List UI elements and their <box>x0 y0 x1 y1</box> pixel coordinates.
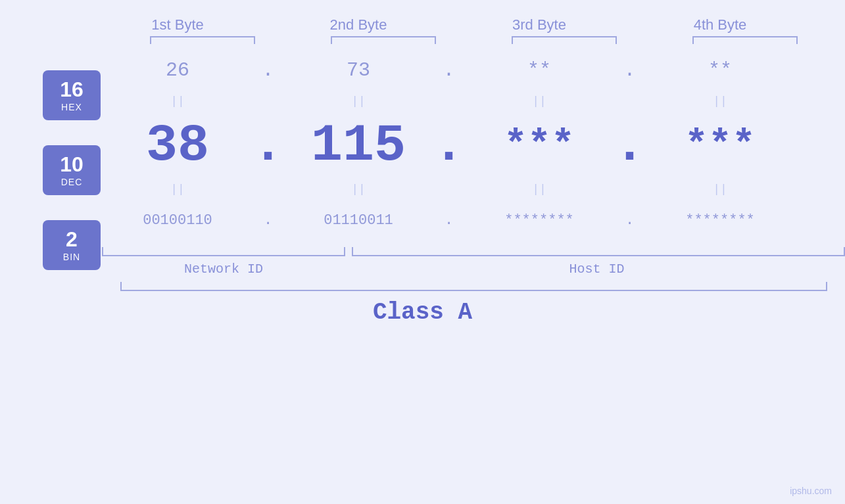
dec-val-1: 38 <box>102 116 253 175</box>
eq-row-1: || || || || <box>102 95 845 108</box>
eq-3: || <box>464 95 615 108</box>
eq-4: || <box>644 95 796 108</box>
bottom-section: Network ID Host ID <box>0 247 845 277</box>
bin-val-4: ******** <box>644 212 796 229</box>
dec-row-group: 10 DEC 38 . 115 . *** <box>102 109 845 181</box>
network-id-section: Network ID <box>102 247 345 277</box>
bin-val-2: 01110011 <box>283 212 434 229</box>
top-bracket-3 <box>512 36 617 44</box>
byte-label-4: 4th Byte <box>644 16 796 34</box>
dec-val-4: *** <box>644 123 796 168</box>
bin-row-group: 2 BIN 00100110 . 01110011 . ******** <box>102 197 845 243</box>
hex-val-2: 73 <box>283 59 434 81</box>
bin-sep-3: . <box>615 212 644 229</box>
bin-base-label: BIN <box>63 252 80 262</box>
byte-label-1: 1st Byte <box>102 16 253 34</box>
top-bracket-1 <box>150 36 255 44</box>
bin-val-1: 00100110 <box>102 212 253 229</box>
dec-cells: 38 . 115 . *** . *** <box>102 116 796 175</box>
hex-val-4: ** <box>644 59 796 81</box>
dec-sep-2: . <box>434 116 464 175</box>
bin-sep-2: . <box>434 212 464 229</box>
eq2-2: || <box>283 183 434 196</box>
bin-sep-1: . <box>253 212 283 229</box>
network-id-label: Network ID <box>184 262 263 277</box>
network-bracket <box>102 247 345 256</box>
dec-sep-1: . <box>253 116 283 175</box>
dec-val-2: 115 <box>283 116 434 175</box>
byte-labels-text-row: 1st Byte 2nd Byte 3rd Byte 4th Byte <box>0 16 845 34</box>
host-bracket <box>352 247 845 256</box>
eq2-1: || <box>102 183 253 196</box>
rows-area: 16 HEX 26 . 73 . ** <box>0 47 845 243</box>
dec-sep-3: . <box>615 116 644 175</box>
dec-val-3: *** <box>464 123 615 168</box>
hex-sep-1: . <box>253 59 283 81</box>
dec-base-number: 10 <box>60 153 84 176</box>
hex-base-label: HEX <box>61 102 82 112</box>
class-label: Class A <box>373 299 472 326</box>
hex-base-number: 16 <box>60 78 84 101</box>
hex-val-3: ** <box>464 59 615 81</box>
byte-label-2: 2nd Byte <box>283 16 434 34</box>
host-id-label: Host ID <box>569 262 624 277</box>
dec-base-label: DEC <box>61 177 83 187</box>
hex-sep-2: . <box>434 59 464 81</box>
hex-val-1: 26 <box>102 59 253 81</box>
hex-sep-3: . <box>615 59 644 81</box>
id-brackets-row: Network ID Host ID <box>102 247 845 277</box>
full-bracket <box>120 282 827 291</box>
host-id-section: Host ID <box>349 247 845 277</box>
main-container: 1st Byte 2nd Byte 3rd Byte 4th Byte 16 H… <box>0 0 845 504</box>
top-bracket-4 <box>692 36 798 44</box>
watermark: ipshu.com <box>790 486 832 496</box>
top-bracket-2 <box>331 36 436 44</box>
bin-cells: 00100110 . 01110011 . ******** . <box>102 212 796 229</box>
hex-cells: 26 . 73 . ** . ** <box>102 59 796 81</box>
top-brackets <box>25 36 821 44</box>
eq-row-2: || || || || <box>102 183 845 196</box>
eq2-4: || <box>644 183 796 196</box>
bin-base-number: 2 <box>66 228 78 251</box>
hex-row-group: 16 HEX 26 . 73 . ** <box>102 47 845 93</box>
full-bracket-wrap <box>0 282 845 291</box>
class-label-row: Class A <box>0 299 845 326</box>
byte-label-3: 3rd Byte <box>464 16 615 34</box>
eq-2: || <box>283 95 434 108</box>
eq-1: || <box>102 95 253 108</box>
eq2-3: || <box>464 183 615 196</box>
bin-val-3: ******** <box>464 212 615 229</box>
